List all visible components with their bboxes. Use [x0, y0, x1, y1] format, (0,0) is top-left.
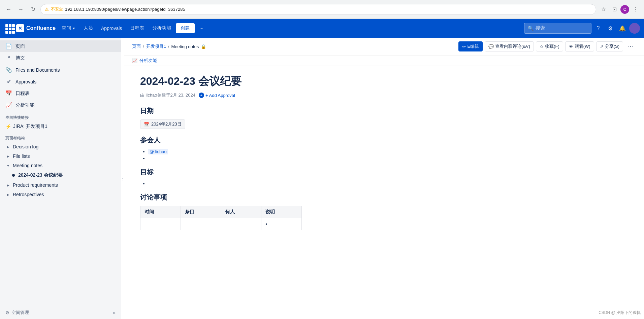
reload-button[interactable]: ↻	[28, 5, 38, 14]
watch-icon: 👁	[569, 44, 573, 49]
space-management-btn[interactable]: ⚙ 空间管理	[5, 310, 29, 316]
page-lock-icon: 🔒	[201, 44, 206, 49]
calendar-icon: 📅	[144, 122, 149, 127]
url-text: 192.168.1.190:8090/pages/viewpage.action…	[65, 7, 185, 12]
address-bar[interactable]: ⚠ 不安全 192.168.1.190:8090/pages/viewpage.…	[40, 4, 596, 15]
sidebar-resize-handle[interactable]: ⋮	[121, 38, 124, 319]
date-value: 2024年2月23日	[151, 121, 182, 127]
share-icon: ↗	[600, 44, 604, 49]
approvals-icon: ✔	[5, 78, 12, 85]
sidebar-item-approvals[interactable]: ✔ Approvals	[0, 76, 121, 87]
sidebar-item-schedule[interactable]: 📅 日程表	[0, 87, 121, 99]
app-container: ✕ Confluence 空间 ▼ 人员 Approvals 日程表 分析功能 …	[0, 19, 644, 319]
expand-icon: ▼	[5, 163, 11, 168]
retrospectives-label: Retrospectives	[13, 192, 44, 197]
sidebar-tree-current-page[interactable]: 2024-02-23 会议纪要	[0, 170, 121, 180]
notifications-button[interactable]: 🔔	[617, 23, 628, 34]
forward-button[interactable]: →	[16, 5, 26, 14]
add-approval-button[interactable]: + + Add Approval	[199, 93, 235, 98]
settings-button[interactable]: ⚙	[605, 23, 616, 34]
app-switcher[interactable]	[4, 23, 15, 34]
col-item: 条目	[181, 206, 221, 218]
settings-icon: ⚙	[608, 25, 613, 32]
breadcrumb-pages[interactable]: 页面	[132, 43, 141, 49]
analytics-bar[interactable]: 📈 分析功能	[124, 56, 644, 66]
sidebar-item-files[interactable]: 📎 Files and Documents	[0, 64, 121, 76]
breadcrumb-project[interactable]: 开发项目1	[146, 43, 166, 49]
create-button[interactable]: 创建	[176, 23, 195, 33]
table-header-row: 时间 条目 何人 说明	[140, 206, 302, 218]
sidebar-item-pages[interactable]: 📄 页面	[0, 40, 121, 52]
more-actions-button[interactable]: ···	[625, 41, 636, 52]
sidebar-tree-product-requirements[interactable]: ▶ Product requirements	[0, 180, 121, 190]
breadcrumb-sep-2: /	[168, 44, 169, 49]
sidebar-scroll: 📄 页面 ❝ 博文 📎 Files and Documents ✔ Approv…	[0, 38, 121, 306]
page-creator-text: 由 lichao创建于2月 23, 2024	[140, 92, 195, 98]
edit-button[interactable]: ✏ E编辑	[458, 41, 483, 51]
cell-who	[221, 218, 261, 230]
analytics-bar-icon: 📈	[132, 58, 137, 63]
cell-time	[140, 218, 181, 230]
help-icon: ?	[597, 25, 600, 31]
spaces-chevron: ▼	[72, 27, 75, 30]
list-item: @ lichao	[148, 149, 411, 154]
user-avatar[interactable]	[629, 23, 640, 34]
browser-chrome: ← → ↻ ⚠ 不安全 192.168.1.190:8090/pages/vie…	[0, 0, 644, 19]
comment-icon: 💬	[488, 44, 494, 49]
breadcrumb-current: Meeting notes	[171, 44, 199, 49]
jira-icon: ⚡	[5, 124, 11, 129]
date-section-heading: 日期	[140, 106, 411, 115]
expand-icon: ▶	[5, 144, 11, 149]
menu-button[interactable]: ⋮	[631, 5, 640, 14]
goals-list	[140, 181, 411, 186]
review-comments-button[interactable]: 💬 查看内联评论(&V)	[485, 41, 534, 51]
split-view-button[interactable]: ⊡	[610, 5, 619, 14]
nav-approvals[interactable]: Approvals	[98, 24, 125, 33]
discussion-table: 时间 条目 何人 说明 •	[140, 206, 302, 230]
sidebar-item-blog[interactable]: ❝ 博文	[0, 52, 121, 64]
nav-analytics[interactable]: 分析功能	[149, 23, 174, 33]
sidebar-collapse-btn[interactable]: «	[113, 310, 116, 315]
favorite-button[interactable]: ☆ 收藏(F)	[536, 41, 563, 51]
page-actions: ✏ E编辑 💬 查看内联评论(&V) ☆ 收藏(F) 👁 观看(W)	[458, 41, 636, 52]
nav-schedule[interactable]: 日程表	[127, 23, 148, 33]
sidebar-item-approvals-label: Approvals	[15, 79, 36, 84]
nav-more[interactable]: ···	[196, 24, 207, 33]
analytics-bar-label: 分析功能	[139, 58, 157, 64]
jira-link-text: JIRA: 开发项目1	[13, 123, 47, 130]
page-meta: 由 lichao创建于2月 23, 2024 + + Add Approval	[140, 92, 411, 98]
page-header-bar: 页面 / 开发项目1 / Meeting notes 🔒 ✏ E编辑 💬 查看内…	[124, 38, 644, 56]
schedule-icon: 📅	[5, 90, 12, 97]
mention-badge: @ lichao	[148, 149, 168, 154]
expand-icon: ▶	[5, 153, 11, 159]
sidebar-jira-link[interactable]: ⚡ JIRA: 开发项目1	[0, 121, 121, 132]
share-button[interactable]: ↗ 分享(S)	[596, 41, 623, 51]
space-management-label: 空间管理	[11, 310, 29, 316]
confluence-logo-icon: ✕	[16, 24, 24, 32]
current-page-label: 2024-02-23 会议纪要	[18, 172, 63, 178]
page-content-area: 页面 / 开发项目1 / Meeting notes 🔒 ✏ E编辑 💬 查看内…	[124, 38, 644, 319]
nav-spaces[interactable]: 空间 ▼	[58, 23, 79, 33]
bookmark-button[interactable]: ☆	[599, 5, 608, 14]
sidebar-tree-decision-log[interactable]: ▶ Decision log	[0, 142, 121, 151]
nav-people[interactable]: 人员	[80, 23, 96, 33]
watch-button[interactable]: 👁 观看(W)	[565, 41, 594, 51]
sidebar-bottom: ⚙ 空间管理 «	[0, 306, 121, 319]
expand-icon: ▶	[5, 192, 11, 197]
sidebar-item-analytics[interactable]: 📈 分析功能	[0, 99, 121, 111]
profile-avatar[interactable]: C	[620, 5, 629, 14]
notifications-icon: 🔔	[619, 25, 626, 32]
page-body: 2024-02-23 会议纪要 由 lichao创建于2月 23, 2024 +…	[124, 66, 427, 238]
back-button[interactable]: ←	[4, 5, 13, 14]
search-bar[interactable]: 🔍 搜索	[524, 23, 591, 34]
col-note: 说明	[261, 206, 302, 218]
meeting-notes-label: Meeting notes	[13, 163, 42, 168]
product-requirements-label: Product requirements	[13, 182, 58, 188]
help-button[interactable]: ?	[593, 23, 604, 34]
sidebar-tree-retrospectives[interactable]: ▶ Retrospectives	[0, 190, 121, 199]
sidebar-tree-file-lists[interactable]: ▶ File lists	[0, 151, 121, 161]
confluence-logo[interactable]: ✕ Confluence	[16, 24, 56, 32]
sidebar-tree-meeting-notes[interactable]: ▼ Meeting notes	[0, 161, 121, 170]
edit-icon: ✏	[462, 44, 466, 49]
goals-section-heading: 目标	[140, 168, 411, 177]
